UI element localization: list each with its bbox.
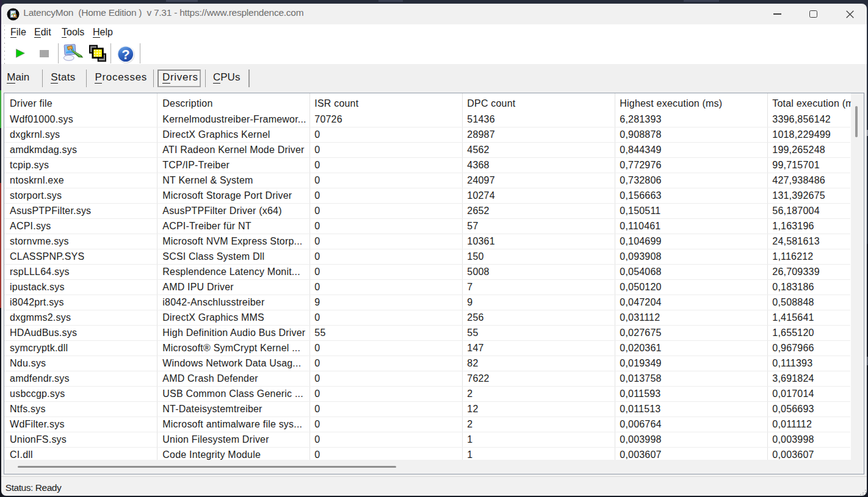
svg-text:?: ? xyxy=(121,46,129,62)
